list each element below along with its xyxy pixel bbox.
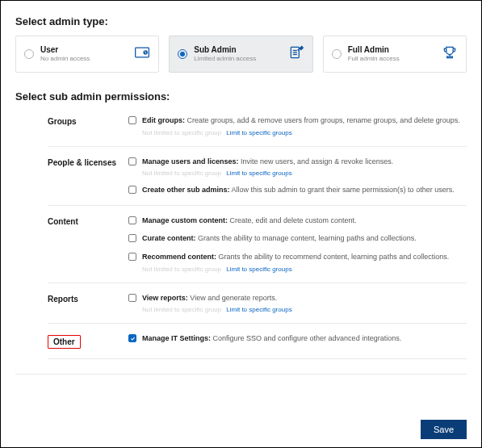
divider bbox=[48, 146, 467, 147]
section-label-reports: Reports bbox=[48, 293, 128, 304]
divider bbox=[48, 323, 467, 324]
section-label-people: People & licenses bbox=[48, 157, 128, 167]
limit-link[interactable]: Limit to specific groups bbox=[226, 306, 291, 313]
checkbox-view-reports[interactable] bbox=[128, 294, 136, 302]
admin-type-full-admin-card[interactable]: Full Admin Full admin access bbox=[323, 36, 467, 73]
select-admin-type-title: Select admin type: bbox=[15, 15, 467, 27]
perm-create-sub-admins: Create other sub admins: Allow this sub … bbox=[142, 185, 467, 195]
checkbox-recommend-content[interactable] bbox=[128, 253, 136, 261]
checkbox-curate-content[interactable] bbox=[128, 234, 136, 242]
limit-link[interactable]: Limit to specific groups bbox=[226, 170, 291, 177]
divider bbox=[48, 358, 467, 359]
limit-link[interactable]: Limit to specific groups bbox=[226, 266, 291, 273]
footer-divider bbox=[15, 374, 467, 375]
checkbox-manage-users[interactable] bbox=[128, 157, 136, 165]
select-permissions-title: Select sub admin permissions: bbox=[15, 90, 467, 103]
checkbox-manage-it-settings[interactable] bbox=[128, 334, 136, 342]
perm-view-reports: View reports: View and generate reports. bbox=[142, 293, 467, 304]
divider bbox=[48, 283, 467, 283]
limit-link[interactable]: Limit to specific groups bbox=[226, 129, 291, 136]
admin-type-sub-admin-card[interactable]: Sub Admin Limited admin access bbox=[169, 36, 312, 73]
card-sub: Full admin access bbox=[348, 55, 400, 63]
radio-unselected-icon bbox=[24, 49, 34, 59]
perm-recommend: Recommend content: Grants the ability to… bbox=[142, 252, 467, 262]
limit-status: Not limited to specific group bbox=[142, 129, 221, 136]
limit-status: Not limited to specific group bbox=[142, 306, 221, 313]
limit-status: Not limited to specific group bbox=[142, 266, 221, 273]
checkbox-manage-custom-content[interactable] bbox=[128, 216, 136, 224]
perm-manage-it: Manage IT Settings: Configure SSO and co… bbox=[142, 333, 467, 344]
notepad-icon bbox=[288, 44, 304, 64]
checkbox-create-sub-admins[interactable] bbox=[128, 186, 136, 194]
save-button[interactable]: Save bbox=[421, 420, 467, 439]
card-sub: No admin access bbox=[40, 55, 90, 63]
card-title: Sub Admin bbox=[194, 45, 256, 56]
card-title: Full Admin bbox=[348, 45, 400, 56]
card-sub: Limited admin access bbox=[194, 55, 256, 63]
section-label-other-highlighted: Other bbox=[48, 335, 81, 349]
radio-selected-icon bbox=[178, 49, 187, 59]
card-title: User bbox=[40, 45, 90, 56]
perm-curate: Curate content: Grants the ability to ma… bbox=[142, 233, 467, 244]
divider bbox=[48, 205, 467, 206]
limit-status: Not limited to specific group bbox=[142, 170, 221, 177]
user-card-icon bbox=[134, 44, 150, 64]
svg-rect-9 bbox=[447, 57, 453, 58]
admin-type-user-card[interactable]: User No admin access bbox=[15, 36, 159, 73]
section-label-groups: Groups bbox=[48, 115, 128, 126]
radio-unselected-icon bbox=[332, 49, 342, 59]
checkbox-edit-groups[interactable] bbox=[128, 116, 136, 124]
perm-edit-groups: Edit groups: Create groups, add & remove… bbox=[142, 115, 467, 126]
section-label-content: Content bbox=[48, 216, 128, 226]
perm-manage-custom: Manage custom content: Create, edit and … bbox=[142, 216, 467, 226]
perm-manage-users: Manage users and licenses: Invite new us… bbox=[142, 157, 467, 167]
trophy-icon bbox=[442, 44, 458, 64]
